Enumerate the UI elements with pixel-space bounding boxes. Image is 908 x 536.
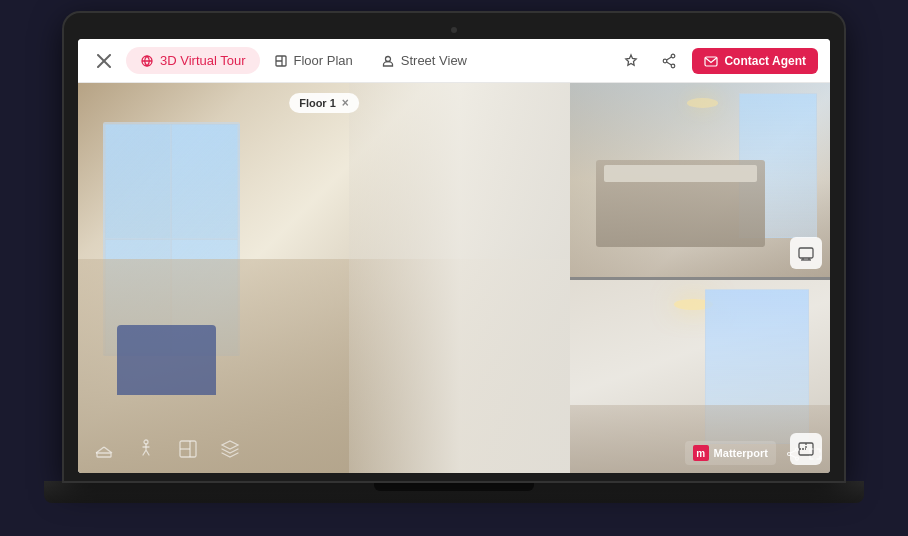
- expand-mp-icon[interactable]: [808, 445, 822, 461]
- svg-rect-15: [97, 453, 111, 457]
- bed-pillows: [604, 165, 756, 182]
- matterport-bar: m Matterport: [685, 441, 822, 465]
- floor-plan-icon: [274, 53, 288, 69]
- screen-bezel: 3D Virtual Tour Floor Plan: [64, 13, 844, 481]
- wall-right: [349, 83, 570, 473]
- sofa-furniture: [117, 325, 215, 395]
- floor-label-close[interactable]: ×: [342, 96, 349, 110]
- tab-street-view-label: Street View: [401, 53, 467, 68]
- tour-side-panel: m Matterport: [570, 83, 830, 473]
- laptop-device: 3D Virtual Tour Floor Plan: [44, 13, 864, 523]
- star-button[interactable]: [616, 46, 646, 76]
- camera-dot: [451, 27, 457, 33]
- svg-point-28: [796, 448, 799, 451]
- share-button[interactable]: [654, 46, 684, 76]
- share-mp-icon[interactable]: [786, 445, 800, 461]
- thumbnail-bedroom[interactable]: [570, 83, 830, 277]
- floor-label-text: Floor 1: [299, 97, 336, 109]
- street-view-icon: [381, 53, 395, 69]
- tour-icon: [140, 53, 154, 69]
- svg-line-32: [790, 455, 795, 458]
- tour-main-view[interactable]: Floor 1 ×: [78, 83, 570, 473]
- window-pane-1: [105, 124, 172, 239]
- svg-line-10: [667, 57, 672, 60]
- svg-rect-21: [799, 248, 813, 258]
- tab-street-view[interactable]: Street View: [367, 47, 481, 75]
- toolbar-right: Contact Agent: [616, 46, 818, 76]
- screen-content: 3D Virtual Tour Floor Plan: [78, 39, 830, 473]
- window-pane-2: [171, 124, 238, 239]
- svg-point-9: [664, 59, 668, 63]
- laptop-base: [44, 481, 864, 503]
- main-content: Floor 1 ×: [78, 83, 830, 473]
- svg-point-29: [796, 457, 799, 460]
- matterport-logo: m Matterport: [685, 441, 776, 465]
- layers-icon[interactable]: [216, 435, 244, 463]
- matterport-label: Matterport: [714, 447, 768, 459]
- thumb-top-icon: [790, 237, 822, 269]
- nav-tabs: 3D Virtual Tour Floor Plan: [126, 47, 612, 75]
- floor-label: Floor 1 ×: [289, 93, 359, 113]
- tour-bottom-bar: [90, 435, 244, 463]
- floorplan-icon[interactable]: [174, 435, 202, 463]
- tab-3d-virtual-tour[interactable]: 3D Virtual Tour: [126, 47, 260, 75]
- contact-agent-button[interactable]: Contact Agent: [692, 48, 818, 74]
- laptop-notch: [374, 483, 534, 491]
- toolbar: 3D Virtual Tour Floor Plan: [78, 39, 830, 83]
- svg-point-30: [788, 453, 791, 456]
- svg-line-31: [790, 451, 795, 454]
- matterport-icons: [786, 445, 822, 461]
- close-button[interactable]: [90, 47, 118, 75]
- matterport-m-logo: m: [693, 445, 709, 461]
- svg-point-6: [385, 57, 390, 62]
- svg-line-13: [96, 447, 104, 453]
- contact-agent-label: Contact Agent: [724, 54, 806, 68]
- walk-icon[interactable]: [132, 435, 160, 463]
- svg-line-14: [104, 447, 112, 453]
- svg-line-11: [667, 62, 672, 65]
- tab-floor-plan[interactable]: Floor Plan: [260, 47, 367, 75]
- tab-floor-plan-label: Floor Plan: [294, 53, 353, 68]
- tab-3d-virtual-tour-label: 3D Virtual Tour: [160, 53, 246, 68]
- svg-point-8: [672, 64, 676, 68]
- dollhouse-icon[interactable]: [90, 435, 118, 463]
- svg-point-7: [672, 54, 676, 58]
- bed-shape: [596, 160, 765, 247]
